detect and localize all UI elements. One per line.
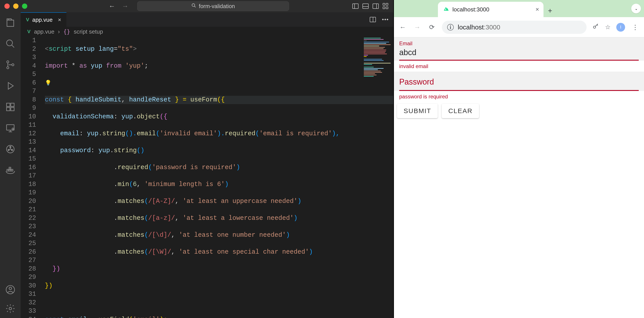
form-actions: SUBMIT CLEAR [394,102,644,120]
layout-controls [352,3,389,9]
nav-back-icon[interactable]: ← [398,23,407,31]
tab-filename: app.vue [32,16,53,23]
breadcrumb-symbol: script setup [74,28,103,35]
email-label: Email [399,40,639,47]
symbol-namespace-icon: {} [63,28,70,35]
more-actions-icon[interactable]: ••• [382,16,389,23]
password-key-icon[interactable] [592,23,599,31]
url-path: :3000 [484,23,500,31]
reload-icon[interactable]: ⟳ [427,23,436,31]
lightbulb-icon[interactable]: 💡 [45,79,52,88]
editor-area: V app.vue × ••• V app.vue › {} script se… [21,12,393,318]
clear-button[interactable]: CLEAR [442,104,479,118]
svg-line-1 [194,6,196,7]
svg-point-0 [192,4,195,6]
toggle-panel-icon[interactable] [362,3,369,9]
svg-point-5 [7,67,9,69]
svg-point-2 [6,40,12,46]
svg-point-13 [12,128,14,130]
new-tab-button[interactable]: + [544,4,557,17]
password-label: Password [399,74,639,90]
nav-forward-icon[interactable]: → [413,23,422,31]
accounts-icon[interactable] [5,285,16,295]
chevron-right-icon: › [58,28,60,35]
submit-button[interactable]: SUBMIT [397,104,438,118]
page-content: Email invalid email Password password is… [394,37,644,318]
source-control-icon[interactable] [5,60,16,70]
svg-rect-10 [6,107,10,111]
toggle-secondary-sidebar-icon[interactable] [372,3,379,9]
svg-rect-12 [6,125,14,130]
run-debug-icon[interactable] [5,81,16,91]
svg-rect-8 [6,103,10,107]
svg-point-4 [7,61,9,63]
url-host: localhost [458,23,484,31]
code-content[interactable]: <script setup lang="ts"> import * as yup… [45,36,393,318]
git-graph-icon[interactable] [5,144,16,154]
vue-file-icon: V [26,17,29,23]
site-info-icon[interactable]: i [447,24,454,30]
breadcrumb-file: app.vue [34,28,54,35]
line-number-gutter: 1 2 3 4 5 6 7 8 9 10 11 12 13 14 [21,36,45,318]
svg-point-23 [9,287,12,290]
breadcrumb[interactable]: V app.vue › {} script setup [21,27,393,36]
chrome-toolbar: ← → ⟳ i localhost:3000 ☆ I ⋮ [394,17,644,37]
search-icon [191,3,196,9]
svg-point-24 [9,307,12,310]
svg-marker-7 [8,83,13,89]
profile-avatar[interactable]: I [616,23,625,32]
nav-forward-icon[interactable]: → [122,3,128,9]
command-center-text: form-validation [199,3,235,9]
search-icon[interactable] [5,39,16,49]
command-center[interactable]: form-validation [137,1,289,11]
omnibox-actions: ☆ [592,23,610,31]
window-close-button[interactable] [4,3,10,9]
svg-point-25 [594,26,596,28]
nav-back-icon[interactable]: ← [109,3,115,9]
toggle-sidebar-icon[interactable] [352,3,358,9]
tab-overflow-icon[interactable]: ⌄ [631,4,641,13]
minimap[interactable] [362,36,393,80]
address-bar[interactable]: i localhost:3000 [442,21,586,34]
field-underline [399,90,639,91]
settings-gear-icon[interactable] [5,304,16,314]
docker-icon[interactable] [5,165,16,175]
vscode-titlebar: ← → form-validation [0,0,393,12]
password-field-wrapper: Password [394,72,644,91]
vscode-body: V app.vue × ••• V app.vue › {} script se… [0,12,393,318]
explorer-icon[interactable] [5,17,16,28]
svg-line-3 [12,45,14,48]
browser-tab[interactable]: localhost:3000 × [438,2,544,17]
customize-layout-icon[interactable] [383,3,389,9]
traffic-lights [4,3,27,9]
editor-tab-app-vue[interactable]: V app.vue × [21,12,66,27]
field-underline [399,60,639,61]
browser-tab-title: localhost:3000 [452,6,490,13]
email-input[interactable] [399,47,639,60]
window-minimize-button[interactable] [13,3,18,9]
svg-rect-9 [11,103,14,107]
close-tab-icon[interactable]: × [536,6,539,13]
vscode-window: ← → form-validation [0,0,393,318]
close-tab-icon[interactable]: × [58,16,61,23]
password-error-message: password is required [394,91,644,102]
svg-rect-11 [11,107,14,111]
remote-explorer-icon[interactable] [5,123,16,133]
svg-point-15 [10,147,11,148]
bookmark-star-icon[interactable]: ☆ [605,23,610,31]
chrome-window: localhost:3000 × + ⌄ ← → ⟳ i localhost:3… [393,0,644,318]
email-field-wrapper: Email [394,37,644,61]
split-editor-icon[interactable] [370,17,376,22]
chrome-menu-icon[interactable]: ⋮ [631,23,640,31]
window-maximize-button[interactable] [22,3,27,9]
svg-rect-19 [9,169,11,171]
code-area[interactable]: 1 2 3 4 5 6 7 8 9 10 11 12 13 14 [21,36,393,318]
extensions-icon[interactable] [5,102,16,112]
editor-tabs: V app.vue × ••• [21,12,393,27]
nuxt-favicon-icon [443,6,449,12]
chrome-tabstrip: localhost:3000 × + ⌄ [394,0,644,17]
email-error-message: invalid email [394,61,644,72]
svg-rect-20 [11,169,13,171]
editor-tab-actions: ••• [370,12,393,27]
svg-point-6 [12,64,14,66]
